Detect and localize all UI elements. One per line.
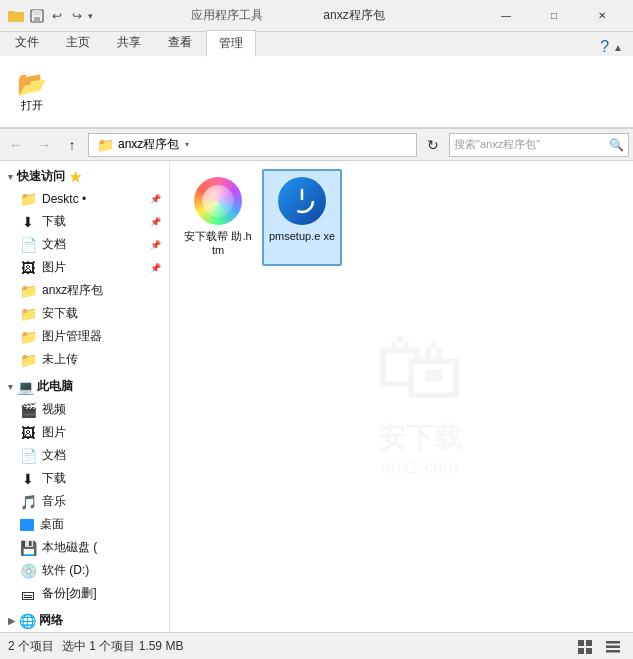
pin-icon: 📌	[150, 194, 161, 204]
svg-rect-3	[33, 10, 41, 15]
up-button[interactable]: ↑	[60, 133, 84, 157]
tab-file[interactable]: 文件	[2, 29, 52, 56]
tab-share[interactable]: 共享	[104, 29, 154, 56]
music-icon: 🎵	[20, 494, 36, 510]
network-header[interactable]: ▶ 🌐 网络	[0, 609, 169, 632]
quick-access-header[interactable]: ▾ 快速访问 ★	[0, 165, 169, 188]
this-pc-chevron: ▾	[8, 382, 13, 392]
tab-view[interactable]: 查看	[155, 29, 205, 56]
open-icon: 📂	[17, 70, 47, 98]
search-icon: 🔍	[609, 138, 624, 152]
sidebar-item-documents[interactable]: 📄 文档 📌	[0, 233, 169, 256]
htm-file-label: 安下载帮 助.htm	[184, 229, 252, 258]
network-chevron: ▶	[8, 616, 15, 626]
pc-pictures-icon: 🖼	[20, 425, 36, 441]
sidebar-music-label: 音乐	[42, 493, 66, 510]
ribbon-collapse-icon[interactable]: ▲	[613, 42, 623, 53]
tab-home[interactable]: 主页	[53, 29, 103, 56]
breadcrumb-bar[interactable]: 📁 anxz程序包 ▾	[88, 133, 417, 157]
file-item-htm[interactable]: 安下载帮 助.htm	[178, 169, 258, 266]
sidebar-soft-d-label: 软件 (D:)	[42, 562, 89, 579]
sidebar-item-anxz[interactable]: 📁 anxz程序包	[0, 279, 169, 302]
sidebar-item-picmgr[interactable]: 📁 图片管理器	[0, 325, 169, 348]
sidebar-desktop-label: Desktc •	[42, 192, 86, 206]
refresh-button[interactable]: ↻	[421, 133, 445, 157]
file-grid: 安下载帮 助.htm pmsetup.e xe	[178, 169, 625, 266]
sidebar-pictures-label: 图片	[42, 259, 66, 276]
quick-access-label: 快速访问	[17, 168, 65, 185]
sidebar-item-pc-pictures[interactable]: 🖼 图片	[0, 421, 169, 444]
folder-icon-breadcrumb: 📁	[97, 137, 114, 153]
title-bar: ↩ ↪ ▾ 应用程序工具 anxz程序包 — □ ✕	[0, 0, 633, 32]
sidebar-item-pc-desktop[interactable]: 桌面	[0, 513, 169, 536]
minimize-button[interactable]: —	[483, 0, 529, 32]
thumbnail-view-button[interactable]	[573, 635, 597, 659]
sidebar-item-local-disk[interactable]: 💾 本地磁盘 (	[0, 536, 169, 559]
watermark-bag: 🛍	[375, 316, 465, 419]
window-icon	[8, 8, 24, 24]
sidebar-backup-label: 备份[勿删]	[42, 585, 97, 602]
sidebar-item-music[interactable]: 🎵 音乐	[0, 490, 169, 513]
exe-file-icon	[278, 177, 326, 225]
videos-icon: 🎬	[20, 402, 36, 418]
sidebar-item-upload[interactable]: 📁 未上传	[0, 348, 169, 371]
selected-info: 选中 1 个项目 1.59 MB	[62, 638, 183, 655]
svg-rect-11	[606, 641, 620, 644]
file-item-exe[interactable]: pmsetup.e xe	[262, 169, 342, 266]
search-box[interactable]: 搜索"anxz程序包" 🔍	[449, 133, 629, 157]
undo-icon[interactable]: ↩	[48, 7, 66, 25]
sidebar-item-desktop[interactable]: 📁 Desktc • 📌	[0, 188, 169, 210]
status-bar: 2 个项目 选中 1 个项目 1.59 MB	[0, 632, 633, 659]
sidebar-documents-label: 文档	[42, 236, 66, 253]
save-icon[interactable]	[28, 7, 46, 25]
quick-access-chevron: ▾	[8, 172, 13, 182]
breadcrumb-dropdown-icon[interactable]: ▾	[185, 140, 189, 149]
exe-file-label: pmsetup.e xe	[269, 229, 335, 243]
svg-rect-4	[34, 17, 40, 21]
sidebar-item-pictures[interactable]: 🖼 图片 📌	[0, 256, 169, 279]
sidebar-item-videos[interactable]: 🎬 视频	[0, 398, 169, 421]
open-button[interactable]: 📂 打开	[8, 65, 56, 118]
upload-folder-icon: 📁	[20, 352, 36, 368]
list-view-button[interactable]	[601, 635, 625, 659]
this-pc-section: ▾ 💻 此电脑 🎬 视频 🖼 图片 📄 文档 ⬇ 下载 🎵	[0, 375, 169, 605]
back-button[interactable]: ←	[4, 133, 28, 157]
forward-button[interactable]: →	[32, 133, 56, 157]
maximize-button[interactable]: □	[531, 0, 577, 32]
svg-rect-1	[8, 12, 24, 22]
tab-manage[interactable]: 管理	[206, 30, 256, 57]
quick-access-section: ▾ 快速访问 ★ 📁 Desktc • 📌 ⬇ 下载 📌 📄 文档 📌 🖼	[0, 165, 169, 371]
sidebar-pc-desktop-label: 桌面	[40, 516, 64, 533]
sidebar-anxz-label: anxz程序包	[42, 282, 103, 299]
close-button[interactable]: ✕	[579, 0, 625, 32]
sidebar-videos-label: 视频	[42, 401, 66, 418]
local-disk-icon: 💾	[20, 540, 36, 556]
sidebar-item-pc-documents[interactable]: 📄 文档	[0, 444, 169, 467]
open-label: 打开	[21, 98, 43, 113]
title-bar-left: ↩ ↪ ▾	[8, 7, 93, 25]
redo-icon[interactable]: ↪	[68, 7, 86, 25]
ribbon-help-icon[interactable]: ?	[600, 38, 609, 56]
svg-rect-7	[578, 640, 584, 646]
pc-documents-icon: 📄	[20, 448, 36, 464]
sidebar-item-backup[interactable]: 🖴 备份[勿删]	[0, 582, 169, 605]
sidebar-item-anzxia[interactable]: 📁 安下载	[0, 302, 169, 325]
network-icon: 🌐	[19, 613, 35, 629]
sidebar-item-downloads[interactable]: ⬇ 下载 📌	[0, 210, 169, 233]
soft-d-icon: 💿	[20, 563, 36, 579]
pc-desktop-icon	[20, 519, 34, 531]
watermark: 🛍 安下载 anxz.com	[375, 316, 465, 478]
sidebar-picmgr-label: 图片管理器	[42, 328, 102, 345]
svg-rect-9	[578, 648, 584, 654]
download-folder-icon: ⬇	[20, 214, 36, 230]
file-area: 🛍 安下载 anxz.com 安下载帮 助.htm	[170, 161, 633, 632]
htm-file-icon	[194, 177, 242, 225]
status-bar-right	[573, 635, 625, 659]
sidebar-item-pc-downloads[interactable]: ⬇ 下载	[0, 467, 169, 490]
backup-icon: 🖴	[20, 586, 36, 602]
items-count: 2 个项目	[8, 638, 54, 655]
window-controls: — □ ✕	[483, 0, 625, 32]
this-pc-header[interactable]: ▾ 💻 此电脑	[0, 375, 169, 398]
sidebar-item-soft-d[interactable]: 💿 软件 (D:)	[0, 559, 169, 582]
pc-downloads-icon: ⬇	[20, 471, 36, 487]
